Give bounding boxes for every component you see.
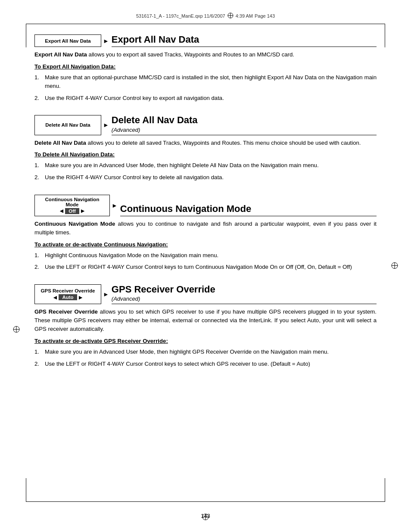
step-continuous-2: 2. Use the LEFT or RIGHT 4-WAY Cursor Co…	[34, 263, 377, 271]
title-area-export: Export All Nav Data	[112, 34, 377, 47]
bottom-crosshair	[201, 513, 210, 523]
procedure-heading-continuous: To activate or de-activate Continuous Na…	[34, 241, 377, 248]
steps-continuous: 1. Highlight Continuous Navigation Mode …	[34, 251, 377, 272]
section-subtitle-gps: (Advanced)	[112, 296, 377, 302]
file-header-text: 531617-1_A - 1197c_ManE.qxp 11/6/2007	[136, 13, 225, 19]
step-export-2: 2. Use the RIGHT 4-WAY Cursor Control ke…	[34, 94, 377, 103]
right-rule-top	[385, 24, 385, 47]
file-header-time: 4:39 AM	[236, 13, 253, 19]
step-delete-1: 1. Make sure you are in Advanced User Mo…	[34, 161, 377, 170]
section-header-gps: GPS Receiver Override ◀ Auto ▶ ► GPS Rec…	[34, 284, 377, 304]
body-text-continuous: Continuous Navigation Mode allows you to…	[34, 220, 377, 237]
menu-value-row-continuous: ◀ Off ▶	[60, 208, 84, 214]
section-subtitle-delete: (Advanced)	[112, 127, 377, 133]
bold-export: Export All Nav Data	[34, 51, 87, 58]
menu-label-delete: Delete All Nav Data	[45, 122, 90, 128]
section-gps-receiver-override: GPS Receiver Override ◀ Auto ▶ ► GPS Rec…	[34, 284, 377, 368]
main-content: Export All Nav Data ► Export All Nav Dat…	[34, 34, 377, 493]
section-arrow-gps: ►	[101, 284, 112, 304]
section-export-all-nav-data: Export All Nav Data ► Export All Nav Dat…	[34, 34, 377, 102]
arrow-left-continuous: ◀	[60, 208, 63, 213]
steps-delete: 1. Make sure you are in Advanced User Mo…	[34, 161, 377, 182]
bold-continuous: Continuous Navigation Mode	[34, 221, 115, 227]
step-delete-2: 2. Use the RIGHT 4-WAY Cursor Control ke…	[34, 173, 377, 182]
menu-label-continuous: Continuous Navigation Mode	[38, 197, 106, 207]
steps-gps: 1. Make sure you are in Advanced User Mo…	[34, 348, 377, 368]
arrow-left-gps: ◀	[53, 295, 57, 300]
section-title-export: Export All Nav Data	[112, 34, 377, 45]
bold-delete: Delete All Nav Data	[34, 140, 86, 146]
menu-box-export: Export All Nav Data	[34, 34, 101, 47]
step-export-1: 1. Make sure that an optional-purchase M…	[34, 73, 377, 90]
step-gps-1: 1. Make sure you are in Advanced User Mo…	[34, 348, 377, 356]
menu-value-row-gps: ◀ Auto ▶	[53, 294, 82, 300]
section-header-delete: Delete All Nav Data ► Delete All Nav Dat…	[34, 115, 377, 135]
file-header-page: Page 143	[255, 13, 275, 19]
file-header: 531617-1_A - 1197c_ManE.qxp 11/6/2007 4:…	[136, 12, 275, 20]
right-crosshair	[390, 261, 399, 271]
body-text-export: Export All Nav Data allows you to export…	[34, 50, 377, 59]
bottom-rule	[26, 501, 385, 502]
step-gps-2: 2. Use the LEFT or RIGHT 4-WAY Cursor Co…	[34, 360, 377, 368]
section-header-continuous: Continuous Navigation Mode ◀ Off ▶ ► Con…	[34, 195, 377, 216]
step-continuous-1: 1. Highlight Continuous Navigation Mode …	[34, 251, 377, 260]
left-rule-top	[26, 24, 26, 47]
procedure-heading-gps: To activate or de-activate GPS Receiver …	[34, 338, 377, 344]
arrow-right-continuous: ▶	[81, 208, 84, 213]
steps-export: 1. Make sure that an optional-purchase M…	[34, 73, 377, 102]
menu-label-gps: GPS Receiver Override	[41, 288, 95, 293]
section-delete-all-nav-data: Delete All Nav Data ► Delete All Nav Dat…	[34, 115, 377, 182]
section-title-continuous: Continuous Navigation Mode	[120, 204, 377, 214]
title-area-gps: GPS Receiver Override (Advanced)	[112, 284, 377, 304]
right-rule-bottom	[385, 478, 385, 502]
value-box-continuous: Off	[65, 208, 79, 214]
bold-gps: GPS Receiver Override	[34, 308, 98, 315]
section-header-export: Export All Nav Data ► Export All Nav Dat…	[34, 34, 377, 47]
body-text-gps: GPS Receiver Override allows you to set …	[34, 308, 377, 333]
value-box-gps: Auto	[59, 294, 77, 300]
procedure-heading-export: To Export All Navigation Data:	[34, 63, 377, 70]
procedure-heading-delete: To Delete All Navigation Data:	[34, 151, 377, 158]
section-continuous-navigation-mode: Continuous Navigation Mode ◀ Off ▶ ► Con…	[34, 195, 377, 271]
arrow-right-gps: ▶	[79, 295, 82, 300]
menu-box-gps: GPS Receiver Override ◀ Auto ▶	[34, 284, 101, 304]
menu-label-export: Export All Nav Data	[45, 38, 90, 44]
section-arrow-delete: ►	[101, 115, 112, 135]
menu-box-delete: Delete All Nav Data	[34, 115, 101, 135]
section-arrow-continuous: ►	[110, 195, 120, 216]
section-title-delete: Delete All Nav Data	[112, 115, 377, 125]
file-header-crosshair	[227, 12, 234, 20]
body-text-delete: Delete All Nav Data allows you to delete…	[34, 139, 377, 147]
top-rule	[26, 24, 385, 24]
left-crosshair	[12, 325, 21, 335]
title-area-continuous: Continuous Navigation Mode	[120, 195, 377, 216]
page-container: 531617-1_A - 1197c_ManE.qxp 11/6/2007 4:…	[0, 0, 411, 532]
left-rule-bottom	[26, 478, 26, 502]
section-arrow-export: ►	[101, 34, 112, 47]
menu-box-continuous: Continuous Navigation Mode ◀ Off ▶	[34, 195, 110, 216]
title-area-delete: Delete All Nav Data (Advanced)	[112, 115, 377, 135]
section-title-gps: GPS Receiver Override	[112, 284, 377, 295]
